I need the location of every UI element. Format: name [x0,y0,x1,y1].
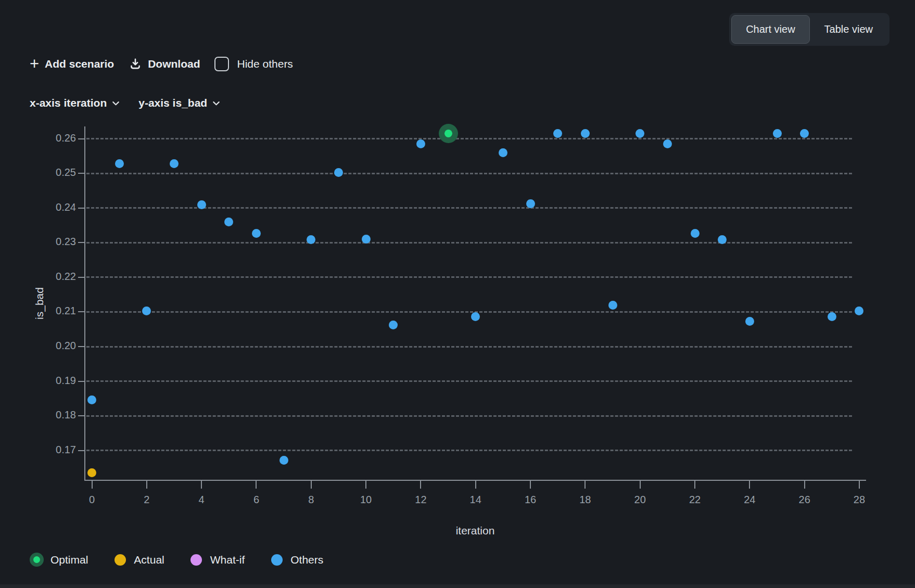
x-tick-mark [92,480,93,489]
data-point-others[interactable] [636,129,644,138]
data-point-others[interactable] [745,317,754,326]
legend-dot-others [270,553,284,567]
y-gridline [86,173,852,174]
data-point-others[interactable] [499,148,507,157]
data-point-others[interactable] [828,312,836,321]
legend-item-optimal[interactable]: Optimal [30,553,88,567]
legend-dot-whatif [189,553,204,567]
y-gridline [86,242,852,244]
legend-label: What-if [210,554,245,566]
y-tick-label: 0.18 [29,409,76,421]
x-tick-label: 8 [296,494,327,506]
y-tick-label: 0.26 [29,132,76,144]
y-tick-mark [78,173,84,174]
data-point-others[interactable] [471,312,480,321]
y-tick-label: 0.23 [29,236,76,248]
data-point-others[interactable] [197,200,206,209]
legend-dot-color [33,556,40,563]
legend-dot-color [115,554,126,566]
y-gridline [86,380,852,382]
x-tick-mark [146,480,147,489]
x-tick-mark [365,480,366,489]
data-point-others[interactable] [608,301,617,310]
legend-dot-optimal [30,553,44,567]
legend-dot-color [271,554,283,566]
legend-label: Optimal [50,554,88,566]
x-tick-mark [311,480,312,489]
data-point-others[interactable] [334,168,343,177]
legend-item-whatif[interactable]: What-if [189,553,245,567]
y-gridline [86,138,852,139]
data-point-others[interactable] [718,235,727,244]
data-point-others[interactable] [224,218,233,226]
x-tick-label: 24 [734,494,765,506]
y-tick-label: 0.24 [29,201,76,213]
x-tick-mark [420,480,421,489]
y-tick-label: 0.21 [29,305,76,317]
data-point-others[interactable] [773,129,782,138]
y-tick-label: 0.20 [29,340,76,352]
data-point-others[interactable] [526,199,535,208]
x-tick-mark [694,480,695,489]
x-axis-title: iteration [397,525,553,537]
x-tick-label: 28 [844,494,875,506]
y-tick-mark [78,277,84,278]
legend-item-others[interactable]: Others [270,553,323,567]
data-point-actual[interactable] [87,468,96,477]
x-tick-label: 18 [569,494,601,506]
x-tick-label: 22 [679,494,710,506]
data-point-others[interactable] [307,235,315,244]
data-point-others[interactable] [115,159,124,168]
data-point-others[interactable] [416,139,425,148]
data-point-optimal[interactable] [444,130,452,137]
x-tick-label: 10 [350,494,382,506]
scatter-chart: is_bad iteration 0.260.250.240.230.220.2… [0,0,915,588]
data-point-others[interactable] [142,306,151,315]
y-tick-mark [78,138,84,139]
y-tick-mark [78,450,84,451]
y-gridline [86,276,852,278]
data-point-others[interactable] [800,129,809,138]
x-tick-label: 16 [515,494,546,506]
data-point-others[interactable] [855,306,863,315]
data-point-others[interactable] [553,129,562,138]
x-tick-mark [256,480,257,489]
data-point-others[interactable] [389,321,398,329]
legend-item-actual[interactable]: Actual [113,553,164,567]
legend-dot-color [190,554,202,566]
y-tick-label: 0.17 [29,444,76,456]
x-tick-mark [584,480,586,489]
x-tick-label: 20 [625,494,656,506]
x-tick-mark [749,480,750,489]
data-point-others[interactable] [581,129,590,138]
legend-label: Others [290,554,323,566]
x-tick-mark [640,480,641,489]
y-tick-mark [78,208,84,209]
y-tick-label: 0.22 [29,271,76,283]
x-tick-mark [859,480,860,489]
y-tick-label: 0.25 [29,167,76,178]
legend: OptimalActualWhat-ifOthers [30,553,323,567]
data-point-others[interactable] [362,235,371,244]
y-tick-label: 0.19 [29,375,76,387]
x-tick-label: 12 [405,494,436,506]
data-point-others[interactable] [252,229,261,238]
data-point-others[interactable] [279,456,288,465]
y-tick-mark [78,311,84,312]
y-gridline [86,346,852,348]
data-point-others[interactable] [87,395,96,404]
x-tick-mark [530,480,531,489]
x-tick-mark [201,480,202,489]
data-point-others[interactable] [170,159,179,168]
x-tick-label: 26 [789,494,820,506]
y-axis-line [84,126,85,480]
y-gridline [86,450,852,451]
data-point-others[interactable] [663,139,672,148]
x-tick-mark [804,480,805,489]
data-point-others[interactable] [691,229,700,238]
x-tick-label: 0 [77,494,108,506]
x-tick-label: 14 [460,494,491,506]
bottom-edge [0,584,915,588]
y-tick-mark [78,242,84,243]
legend-dot-actual [113,553,127,567]
